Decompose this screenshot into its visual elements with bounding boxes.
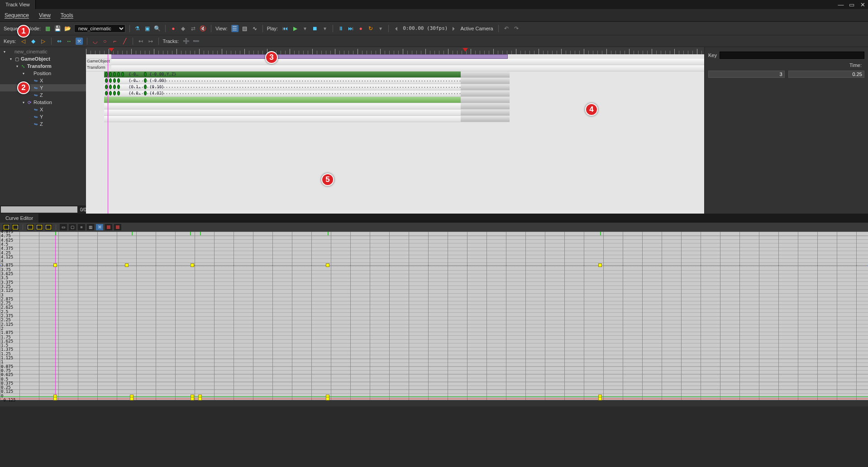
tree-arrow-icon[interactable]: ▾ [21, 100, 26, 105]
keyframe-row[interactable] [104, 116, 510, 122]
keyframe-row[interactable]: {-0…{-0.00,Y,Z} [104, 71, 510, 78]
tree-arrow-icon[interactable]: ▾ [2, 50, 7, 54]
prev-key-icon[interactable]: ◁ [20, 38, 27, 45]
keyframe-row[interactable] [104, 103, 510, 110]
pause-icon[interactable]: ⏸ [337, 25, 344, 32]
key-time-field[interactable]: 0.25 [788, 71, 865, 78]
tree-row-gameobject[interactable]: ▾▢GameObject [0, 55, 86, 62]
del-track-icon[interactable]: ➖ [192, 38, 200, 45]
keyframe-icon[interactable] [113, 85, 116, 89]
tangent-linear-icon[interactable]: ╱ [121, 38, 129, 45]
close-button[interactable]: ✕ [857, 0, 868, 9]
keyframe-icon[interactable] [109, 78, 112, 83]
curve-keyframe[interactable] [125, 263, 129, 267]
menu-tools[interactable]: Tools [61, 12, 73, 19]
curve-keyframe[interactable] [53, 263, 57, 267]
curve-keyframe[interactable] [326, 263, 329, 267]
loop-drop-icon[interactable]: ▾ [377, 25, 384, 32]
sequence-dropdown[interactable]: new_cinematic [74, 24, 125, 33]
frame-back-icon[interactable]: ⏴ [393, 25, 400, 32]
tangent-step-icon[interactable]: ⌐ [111, 38, 119, 45]
timeline-playhead[interactable] [108, 54, 108, 214]
goto-end-icon[interactable]: ⏭ [347, 25, 354, 32]
curve-keyframe[interactable] [598, 397, 602, 400]
timeline-panel[interactable]: GameObject Transform {-0…{-0.00,Y,Z}{-0…… [86, 47, 704, 214]
scale-keys-icon[interactable]: ⤧ [76, 38, 83, 45]
view-dope-icon[interactable]: ▤ [241, 25, 248, 32]
curve-editor-tab[interactable]: Curve Editor [0, 214, 38, 223]
maximize-button[interactable]: ▭ [846, 0, 857, 9]
save-sequence-icon[interactable]: 💾 [54, 25, 62, 32]
add-selected-icon[interactable]: ▣ [144, 25, 151, 32]
tree-search-input[interactable] [1, 206, 77, 213]
next-key-icon[interactable]: ▷ [40, 38, 47, 45]
view-curve-icon[interactable]: ∿ [251, 25, 258, 32]
new-sequence-icon[interactable]: ▦ [44, 25, 52, 32]
transform-row[interactable] [111, 65, 704, 71]
undo-icon[interactable]: ↶ [503, 25, 510, 32]
keyframe-row[interactable]: {0.1…{0.10} [104, 84, 510, 91]
gameobject-row[interactable] [111, 59, 704, 65]
ct-normalize-icon[interactable]: ≡ [78, 224, 85, 230]
keyframe-icon[interactable] [144, 78, 147, 83]
keyframe-icon[interactable] [117, 78, 120, 83]
loop-icon[interactable]: ↻ [367, 25, 374, 32]
keyframe-row[interactable] [104, 110, 510, 116]
tree-row-x[interactable]: ↬X [0, 106, 86, 113]
goto-start-icon[interactable]: ⏮ [281, 25, 289, 32]
range-start-marker[interactable] [109, 48, 114, 52]
add-track-icon[interactable]: ➕ [182, 38, 190, 45]
add-node-icon[interactable]: ⚗ [134, 25, 141, 32]
stop-icon[interactable]: ⏹ [311, 25, 319, 32]
key-diamond-icon[interactable]: ◆ [30, 38, 37, 45]
play-dropdown-icon[interactable]: ▾ [301, 25, 309, 32]
tree-arrow-icon[interactable]: ▾ [8, 57, 14, 61]
key-name-field[interactable] [720, 52, 864, 59]
record-icon[interactable]: ● [170, 25, 177, 32]
keyframe-icon[interactable] [109, 85, 112, 89]
ct-frame-all-icon[interactable]: ▭ [60, 224, 67, 230]
play-icon[interactable]: ▶ [291, 25, 299, 32]
move-keys-icon[interactable]: ↔ [66, 38, 73, 45]
keyframe-icon[interactable] [109, 72, 112, 76]
curve-line-blue[interactable] [0, 265, 868, 266]
snap-right-icon[interactable]: ↦ [147, 38, 154, 45]
key-cluster[interactable] [105, 91, 120, 95]
curve-keyframe[interactable] [191, 397, 194, 400]
minimize-button[interactable]: — [835, 0, 846, 9]
ct-tan-auto-icon[interactable] [27, 224, 34, 230]
key-cluster[interactable] [105, 78, 120, 83]
timeline-ruler[interactable] [86, 47, 704, 54]
tree-arrow-icon[interactable]: ▾ [21, 71, 26, 76]
tree-row-new_cinematic[interactable]: ▾new_cinematic [0, 48, 86, 55]
sync-icon[interactable]: ⇄ [190, 25, 197, 32]
autokey-icon[interactable]: ◆ [180, 25, 187, 32]
keyframe-row[interactable]: {4.0…{4.02} [104, 91, 510, 97]
key-index-field[interactable]: 3 [708, 71, 785, 78]
snap-left-icon[interactable]: ↤ [137, 38, 144, 45]
curve-editor-canvas[interactable]: 4.8754.754.6254.54.3754.254.12543.8753.7… [0, 232, 868, 400]
tangent-zero-icon[interactable]: ○ [101, 38, 109, 45]
curve-keyframe[interactable] [53, 397, 57, 400]
slide-keys-icon[interactable]: ⇔ [56, 38, 63, 45]
keyframe-icon[interactable] [117, 91, 120, 95]
ct-lock-icon[interactable] [105, 224, 112, 230]
keyframe-icon[interactable] [144, 72, 147, 76]
ct-lock2-icon[interactable] [114, 224, 121, 230]
ct-tan-flat-icon[interactable] [36, 224, 43, 230]
curve-keyframe[interactable] [326, 397, 329, 400]
keyframe-icon[interactable] [121, 72, 124, 76]
menu-view[interactable]: View [39, 12, 51, 19]
keyframe-icon[interactable] [144, 91, 147, 95]
tree-arrow-icon[interactable]: ▾ [14, 64, 20, 68]
tree-row-transform[interactable]: ▾⤡Transform [0, 62, 86, 70]
key-cluster[interactable] [105, 85, 120, 89]
tree-row-z[interactable]: ↬Z [0, 120, 86, 128]
mute-icon[interactable]: 🔇 [200, 25, 207, 32]
tree-row-rotation[interactable]: ▾⟳Rotation [0, 99, 86, 106]
curve-keyframe[interactable] [198, 397, 202, 400]
tree-row-y[interactable]: ↬Y [0, 84, 86, 91]
ct-frame-sel-icon[interactable]: ▢ [69, 224, 76, 230]
curve-keyframe[interactable] [130, 397, 134, 400]
tree-row-z[interactable]: ↬Z [0, 91, 86, 99]
